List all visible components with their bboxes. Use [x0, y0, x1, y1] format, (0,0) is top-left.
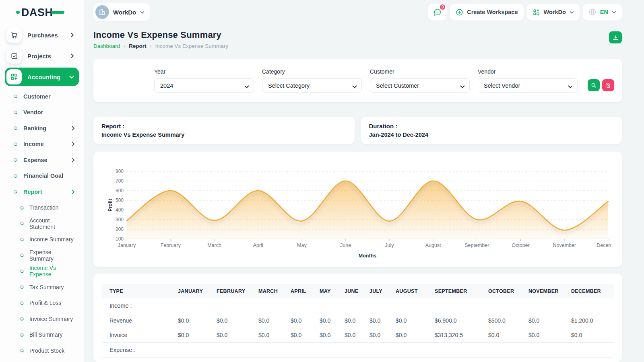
vendor-filter: VendorSelect Vendor	[478, 68, 578, 93]
year-select-value: 2024	[160, 82, 173, 89]
cell-value: $0.0	[392, 328, 431, 343]
workspace-switcher[interactable]: WorkDo	[527, 4, 580, 21]
app-logo[interactable]: DASH	[0, 0, 84, 24]
bullet-icon	[13, 110, 18, 115]
vendor-filter-label: Vendor	[478, 68, 578, 75]
svg-text:May: May	[297, 243, 307, 248]
sidebar-item-expense-summary[interactable]: Expense Summary	[0, 247, 84, 263]
year-select[interactable]: 2024	[154, 78, 254, 93]
profit-area-chart: 800700600500400300200100JanuaryFebruaryM…	[101, 159, 614, 263]
filter-actions	[588, 79, 614, 91]
chevron-down-icon	[352, 83, 357, 90]
sidebar-item-transaction[interactable]: Transaction	[0, 200, 84, 216]
sidebar-item-label: Profit & Loss	[29, 300, 75, 306]
clear-filter-icon	[605, 82, 611, 88]
breadcrumb-item[interactable]: Report	[129, 43, 147, 49]
section-label: Expense :	[101, 343, 614, 358]
sidebar-item-label: Report	[23, 189, 65, 195]
sidebar-item-account-statement[interactable]: Account Statement	[0, 216, 84, 232]
sidebar-item-bill-summary[interactable]: Bill Summary	[0, 327, 84, 343]
column-header: APRIL	[287, 284, 316, 298]
sidebar-item-profit-loss[interactable]: Profit & Loss	[0, 295, 84, 311]
messages-button[interactable]: 0	[428, 4, 447, 21]
row-type: Revenue	[101, 313, 175, 328]
cart-icon	[6, 27, 22, 43]
bullet-icon	[13, 158, 18, 162]
sidebar-item-cash-flow[interactable]: Cash Flow	[0, 359, 84, 362]
cell-value: $0.0	[525, 328, 568, 343]
bullet-icon	[20, 285, 25, 290]
category-filter-label: Category	[262, 68, 362, 75]
sidebar-item-customer[interactable]: Customer	[0, 88, 84, 105]
sidebar-item-expense[interactable]: Expense	[0, 152, 84, 168]
download-icon	[613, 35, 619, 41]
language-selector[interactable]: EN	[583, 4, 622, 21]
chevron-down-icon	[570, 11, 574, 14]
breadcrumb-item[interactable]: Dashboard	[93, 43, 120, 49]
cell-value: $0.0	[316, 328, 341, 343]
breadcrumb-separator: ›	[150, 43, 152, 49]
main-content: WorkDo 0 Create Workspace	[84, 0, 644, 362]
workspace-selector[interactable]: WorkDo	[93, 3, 150, 21]
sidebar-item-invoice-summary[interactable]: Invoice Summary	[0, 311, 84, 327]
sidebar-item-accounting[interactable]: Accounting	[5, 68, 79, 86]
chevron-down-icon	[140, 11, 144, 14]
sidebar-item-tax-summary[interactable]: Tax Summary	[0, 279, 84, 295]
cell-value: $0.0	[525, 313, 568, 328]
cell-value: $0.0	[213, 313, 255, 328]
filter-card: Year2024CategorySelect CategoryCustomerS…	[93, 59, 622, 102]
apply-filter-button[interactable]	[588, 79, 600, 91]
report-card-title: Report :	[101, 123, 347, 130]
column-header: JANUARY	[175, 284, 213, 298]
vendor-select-value: Select Vendor	[484, 82, 520, 89]
building-icon	[99, 8, 106, 16]
sidebar-item-vendor[interactable]: Vendor	[0, 105, 84, 121]
sidebar-item-financial-goal[interactable]: Financial Goal	[0, 168, 84, 184]
sidebar-item-report[interactable]: Report	[0, 184, 84, 200]
sidebar-item-label: Accounting	[27, 74, 64, 80]
year-filter: Year2024	[154, 68, 254, 93]
bullet-icon	[13, 189, 18, 194]
svg-text:500: 500	[116, 197, 124, 203]
reset-filter-button[interactable]	[602, 79, 614, 91]
category-select[interactable]: Select Category	[262, 78, 362, 93]
sidebar-item-label: Invoice Summary	[29, 316, 75, 322]
vendor-select[interactable]: Select Vendor	[478, 78, 578, 93]
sidebar-menu: PurchasesProjectsAccountingCustomerVendo…	[0, 24, 84, 362]
customer-select-value: Select Customer	[376, 82, 419, 89]
customer-select[interactable]: Select Customer	[370, 78, 470, 93]
messages-count-badge: 0	[439, 4, 446, 10]
grid-icon	[533, 8, 540, 16]
sidebar-item-income-vs-expense[interactable]: Income Vs Expense	[0, 263, 84, 280]
grid-plus-icon	[6, 69, 22, 84]
top-bar: WorkDo 0 Create Workspace	[93, 3, 622, 21]
section-label: Income :	[101, 298, 614, 313]
column-header: AUGUST	[392, 284, 431, 298]
chevron-right-icon	[70, 33, 74, 37]
column-header: OCTOBER	[485, 284, 525, 298]
summary-cards: Report : Income Vs Expense Summary Durat…	[93, 117, 622, 144]
table-row: Expense :	[101, 343, 614, 358]
cell-value: $0.0	[366, 328, 392, 343]
sidebar-item-label: Income Summary	[29, 236, 75, 243]
sidebar-item-product-stock[interactable]: Product Stock	[0, 343, 84, 359]
sidebar-item-label: Bill Summary	[29, 331, 75, 338]
sidebar-item-income[interactable]: Income	[0, 136, 84, 152]
sidebar-item-projects[interactable]: Projects	[5, 47, 79, 65]
sidebar-item-banking[interactable]: Banking	[0, 120, 84, 136]
cell-value: $0.0	[341, 328, 366, 343]
column-header: TYPE	[101, 284, 175, 298]
column-header: MAY	[316, 284, 341, 298]
cell-value: $0.0	[568, 328, 614, 343]
duration-card-value: Jan-2024 to Dec-2024	[369, 132, 614, 138]
cell-value: $1,200.0	[568, 313, 614, 328]
top-bar-actions: 0 Create Workspace WorkDo	[428, 4, 622, 21]
create-workspace-button[interactable]: Create Workspace	[450, 4, 523, 21]
bullet-icon	[20, 332, 25, 337]
sidebar-item-purchases[interactable]: Purchases	[5, 26, 79, 44]
sidebar-item-income-summary[interactable]: Income Summary	[0, 232, 84, 248]
cell-value: $0.0	[175, 328, 213, 343]
bullet-icon	[20, 300, 25, 305]
download-report-button[interactable]	[609, 31, 622, 43]
svg-text:February: February	[161, 243, 181, 248]
